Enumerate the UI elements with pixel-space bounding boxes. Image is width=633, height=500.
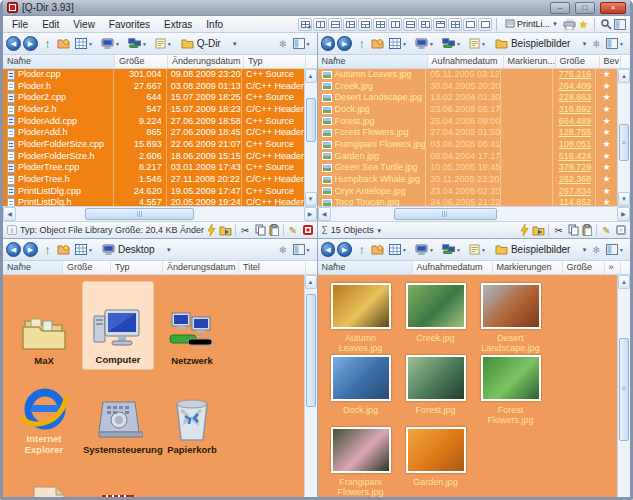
pane2-column-header-3[interactable]: Markierun... bbox=[504, 55, 556, 68]
pane1-view-dropdown[interactable]: ▼ bbox=[72, 36, 96, 51]
scroll-up-arrow[interactable]: ▲ bbox=[305, 275, 317, 289]
pane2-column-header-4[interactable]: Größe bbox=[556, 55, 600, 68]
pane4-monitor-dropdown[interactable]: ▼ bbox=[412, 242, 437, 257]
pane4-network-dropdown[interactable]: ▼ bbox=[439, 242, 464, 257]
pane3-column-header-5[interactable]: Titel bbox=[239, 261, 306, 274]
pane4-column-header-5[interactable]: » bbox=[605, 261, 621, 274]
file-row[interactable]: Garden.jpg09.04.2004 17:17516.424★ bbox=[318, 151, 618, 163]
maximize-button[interactable]: □ bbox=[575, 2, 595, 14]
pane3-column-header-3[interactable]: Typ bbox=[111, 261, 163, 274]
pane2-column-header-1[interactable]: Name▴ bbox=[318, 55, 428, 68]
thumbnail-item-forest-flowers-jpg[interactable]: Forest Flowers.jpg bbox=[474, 355, 548, 425]
file-row[interactable]: Forest Flowers.jpg27.04.2005 01:50128.75… bbox=[318, 127, 618, 139]
pane2-copy-button[interactable] bbox=[568, 224, 579, 236]
file-row[interactable]: Creek.jpg30.04.2005 20:20264.409★ bbox=[318, 81, 618, 93]
file-row[interactable]: Autumn Leaves.jpg05.11.2005 03:12776.216… bbox=[318, 69, 618, 81]
layout-three-left-button[interactable] bbox=[343, 18, 357, 31]
thumbnail-item-autumn-leaves-jpg[interactable]: Autumn Leaves.jpg bbox=[324, 283, 398, 353]
pane4-panel-dropdown[interactable]: ▼ bbox=[603, 242, 627, 257]
horizontal-scroll-track[interactable] bbox=[331, 207, 618, 221]
pane4-up-button[interactable]: ↑ bbox=[354, 242, 369, 257]
file-row[interactable]: Frangipani Flowers.jpg03.06.2005 06:4110… bbox=[318, 139, 618, 151]
vertical-scroll-thumb[interactable] bbox=[619, 124, 629, 161]
desktop-item-papierkorb[interactable]: Papierkorb bbox=[156, 370, 228, 459]
pane3-column-header-2[interactable]: Größe bbox=[63, 261, 111, 274]
pane1-monitor-dropdown[interactable]: ▼ bbox=[98, 36, 123, 51]
layout-three-top-button[interactable] bbox=[358, 18, 372, 31]
pane3-column-header-4[interactable]: Änderungsdatum bbox=[163, 261, 239, 274]
pane2-column-header-2[interactable]: Aufnahmedatum bbox=[428, 55, 504, 68]
desktop-item-netzwerk[interactable]: Netzwerk bbox=[156, 281, 228, 370]
pane3-up-button[interactable]: ↑ bbox=[40, 242, 55, 257]
file-row[interactable]: Toco Toucan.jpg24.06.2005 21:22114.852★ bbox=[318, 197, 618, 206]
layout-three-right-button[interactable] bbox=[418, 18, 432, 31]
pane1-go-button[interactable]: ✻ bbox=[279, 39, 287, 49]
layout-quad-dropdown-button[interactable]: ▼ bbox=[298, 18, 312, 31]
thumbnail-item-creek-jpg[interactable]: Creek.jpg bbox=[399, 283, 473, 353]
pane2-notes-dropdown[interactable]: ▼ bbox=[466, 36, 489, 51]
desktop-item-max[interactable]: MaX bbox=[8, 281, 80, 370]
horizontal-scroll-track[interactable] bbox=[16, 207, 304, 221]
file-row[interactable]: PloderAdd.h86527.06.2009 18:45C/C++ Head… bbox=[3, 127, 304, 139]
menu-extras[interactable]: Extras bbox=[157, 18, 199, 31]
file-row[interactable]: PloderFolderSize.cpp15.89322.06.2009 21:… bbox=[3, 139, 304, 151]
favorites-star-button[interactable]: ★ bbox=[577, 18, 590, 31]
pane2-back-button[interactable]: ◀ bbox=[321, 36, 336, 51]
pane1-up-button[interactable]: ↑ bbox=[40, 36, 55, 51]
pane3-new-folder-icon[interactable] bbox=[57, 244, 70, 255]
pane1-panel-dropdown[interactable]: ▼ bbox=[290, 36, 314, 51]
menu-file[interactable]: File bbox=[5, 18, 35, 31]
printer-button[interactable] bbox=[563, 18, 576, 31]
scroll-right-arrow[interactable]: ▶ bbox=[617, 207, 630, 221]
menu-view[interactable]: View bbox=[66, 18, 102, 31]
file-row[interactable]: Ploder.cpp301.00409.08.2009 23:20C++ Sou… bbox=[3, 69, 304, 81]
pane1-column-header-1[interactable]: Name▴ bbox=[3, 55, 115, 68]
vertical-scroll-track[interactable] bbox=[618, 289, 630, 500]
file-row[interactable]: PloderTree.h1.54627.11.2008 20:22C/C++ H… bbox=[3, 174, 304, 186]
layout-three-bottom-button[interactable] bbox=[433, 18, 447, 31]
pane4-column-header-1[interactable]: Name▴ bbox=[318, 261, 413, 274]
panel-toggle-button[interactable] bbox=[613, 18, 626, 31]
layout-quad-b-button[interactable] bbox=[448, 18, 462, 31]
horizontal-scroll-thumb[interactable] bbox=[394, 208, 497, 220]
pane1-back-button[interactable]: ◀ bbox=[6, 36, 21, 51]
horizontal-scroll-thumb[interactable] bbox=[85, 208, 194, 220]
pane1-path-combobox[interactable]: Q-Dir▼ bbox=[177, 37, 267, 50]
vertical-scroll-thumb[interactable] bbox=[619, 338, 629, 441]
layout-single-button[interactable] bbox=[463, 18, 477, 31]
pane2-pane-indicator[interactable] bbox=[616, 225, 626, 235]
pane4-view-dropdown[interactable]: ▼ bbox=[386, 242, 410, 257]
pane2-rename-button[interactable]: ✎ bbox=[600, 224, 613, 237]
scroll-up-arrow[interactable]: ▲ bbox=[305, 69, 317, 83]
vertical-scroll-track[interactable] bbox=[618, 83, 630, 192]
file-row[interactable]: Ploder2.cpp64415.07.2009 18:25C++ Source bbox=[3, 92, 304, 104]
minimize-button[interactable]: – bbox=[550, 2, 570, 14]
file-row[interactable]: PrintListDlg.cpp24.62019.05.2009 17:47C+… bbox=[3, 186, 304, 198]
file-row[interactable]: Green Sea Turtle.jpg10.05.2005 19:45378.… bbox=[318, 162, 618, 174]
pane2-up-button[interactable]: ↑ bbox=[354, 36, 369, 51]
desktop-item-internet-explorer[interactable]: Internet Explorer bbox=[8, 370, 80, 459]
vertical-scroll-track[interactable] bbox=[305, 289, 317, 500]
pane1-network-dropdown[interactable]: ▼ bbox=[125, 36, 150, 51]
pane4-forward-button[interactable]: ▶ bbox=[337, 242, 352, 257]
thumbnail-item-garden-jpg[interactable]: Garden.jpg bbox=[399, 427, 473, 497]
pane4-column-header-4[interactable]: Größe bbox=[563, 261, 605, 274]
desktop-item-q-dir[interactable]: ↗Q-Dir bbox=[82, 459, 154, 500]
menu-info[interactable]: Info bbox=[199, 18, 230, 31]
pane3-path-combobox[interactable]: Desktop▼ bbox=[98, 243, 188, 256]
layout-quad-button[interactable] bbox=[373, 18, 387, 31]
file-row[interactable]: Forest.jpg25.04.2005 09:00664.489★ bbox=[318, 116, 618, 128]
pane1-column-header-3[interactable]: Änderungsdatum bbox=[168, 55, 244, 68]
file-row[interactable]: Dock.jpg23.06.2005 05:17316.892★ bbox=[318, 104, 618, 116]
pane3-column-header-1[interactable]: Name▴ bbox=[3, 261, 63, 274]
file-row[interactable]: PloderFolderSize.h2.60618.06.2009 15:15C… bbox=[3, 151, 304, 163]
pane2-network-dropdown[interactable]: ▼ bbox=[439, 36, 464, 51]
pane3-forward-button[interactable]: ▶ bbox=[23, 242, 38, 257]
pane2-object-count[interactable]: 15 Objects ▼ bbox=[331, 225, 517, 235]
pane1-notes-dropdown[interactable]: ▼ bbox=[152, 36, 175, 51]
menu-edit[interactable]: Edit bbox=[35, 18, 66, 31]
pane4-go-button[interactable]: ✻ bbox=[593, 245, 601, 255]
pane2-path-combobox[interactable]: Beispielbilder▼ bbox=[491, 37, 591, 50]
pane2-column-header-5[interactable]: Bev bbox=[600, 55, 621, 68]
desktop-item-desktop-ini[interactable]: desktop.ini bbox=[8, 459, 80, 500]
